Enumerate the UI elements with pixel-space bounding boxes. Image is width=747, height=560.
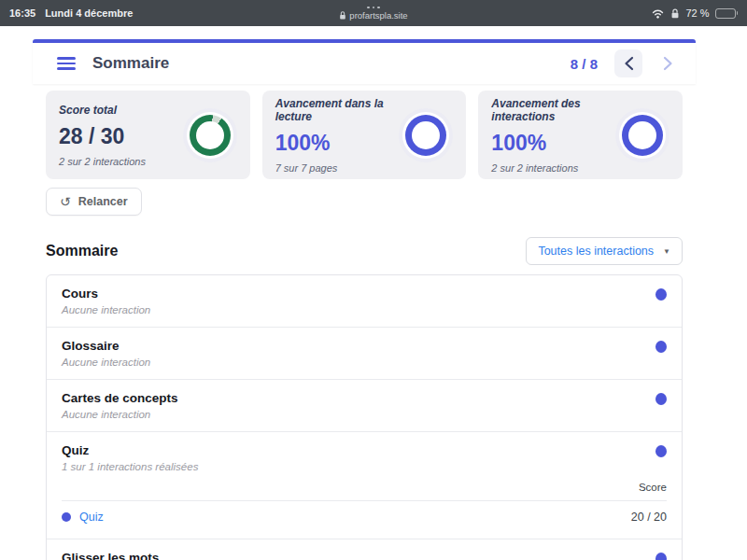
stat-caption: 7 sur 7 pages: [275, 162, 400, 174]
list-item-glossaire[interactable]: Glossaire Aucune interaction: [47, 328, 682, 380]
stat-value: 100%: [491, 131, 615, 156]
list-item-cours[interactable]: Cours Aucune interaction: [47, 275, 682, 328]
relaunch-button[interactable]: ↺ Relancer: [46, 188, 142, 216]
app-header: Sommaire 8 / 8: [33, 43, 696, 84]
padlock-icon: [339, 11, 346, 20]
stat-title: Avancement des interactions: [491, 97, 615, 123]
stat-caption: 2 sur 2 interactions: [491, 162, 615, 174]
chevron-down-icon: ▼: [663, 247, 670, 256]
list-item-glisser-les-mots[interactable]: Glisser les mots 1 sur 1 interactions ré…: [47, 539, 682, 560]
stats-row: Score total 28 / 30 2 sur 2 interactions…: [46, 91, 683, 179]
status-dot-icon: [655, 393, 667, 405]
stat-title: Avancement dans la lecture: [275, 97, 400, 123]
item-subtitle: 1 sur 1 interactions réalisées: [62, 461, 198, 472]
status-dot-icon: [655, 553, 667, 560]
site-domain: profartspla.site: [349, 10, 407, 21]
list-item-quiz[interactable]: Quiz 1 sur 1 interactions réalisées Scor…: [47, 432, 682, 539]
battery-icon: [715, 8, 739, 19]
status-right: 72 %: [651, 7, 738, 19]
stat-caption: 2 sur 2 interactions: [59, 156, 146, 167]
relaunch-label: Relancer: [78, 195, 128, 208]
stat-card-score-total: Score total 28 / 30 2 sur 2 interactions: [46, 91, 250, 179]
interactions-progress-ring: [615, 108, 669, 162]
summary-header: Sommaire Toutes les interactions ▼: [46, 237, 683, 265]
app-frame: Sommaire 8 / 8 Score total 28 / 30 2 sur…: [33, 39, 696, 560]
content-area: Score total 28 / 30 2 sur 2 interactions…: [33, 91, 696, 560]
item-title: Glossaire: [62, 339, 150, 353]
quiz-score: 20 / 20: [631, 511, 667, 524]
item-subtitle: Aucune interaction: [62, 357, 150, 368]
status-dot-icon: [655, 288, 667, 301]
status-dot-icon: [655, 445, 667, 457]
battery-percent: 72 %: [685, 7, 709, 19]
date-label: Lundi 4 décembre: [45, 7, 133, 19]
safari-pages-dots-icon: [367, 7, 380, 9]
page-title: Sommaire: [92, 54, 169, 73]
quiz-link[interactable]: Quiz: [79, 511, 104, 524]
stat-title: Score total: [59, 104, 146, 117]
bullet-dot-icon: [62, 512, 71, 522]
summary-list: Cours Aucune interaction Glossaire Aucun…: [46, 274, 683, 560]
score-column-header: Score: [62, 482, 667, 493]
page-indicator: 8 / 8: [571, 56, 598, 72]
clock: 16:35: [9, 7, 35, 19]
reading-progress-ring: [399, 108, 453, 162]
quiz-sub-item[interactable]: Quiz 20 / 20: [62, 501, 667, 527]
wifi-icon: [651, 8, 665, 19]
item-title: Cours: [62, 287, 150, 301]
list-item-cartes-de-concepts[interactable]: Cartes de concepts Aucune interaction: [47, 380, 682, 432]
stat-card-interactions-progress: Avancement des interactions 100% 2 sur 2…: [478, 91, 683, 179]
status-dot-icon: [655, 341, 667, 353]
menu-icon[interactable]: [57, 57, 76, 70]
status-bar: 16:35 Lundi 4 décembre profartspla.site: [0, 0, 747, 26]
status-left: 16:35 Lundi 4 décembre: [9, 7, 133, 19]
interactions-filter-dropdown[interactable]: Toutes les interactions ▼: [526, 237, 683, 265]
item-subtitle: Aucune interaction: [62, 304, 150, 315]
stat-value: 28 / 30: [59, 124, 146, 149]
summary-heading: Sommaire: [46, 243, 118, 259]
item-title: Quiz: [62, 443, 198, 457]
item-title: Cartes de concepts: [62, 391, 178, 405]
item-subtitle: Aucune interaction: [62, 409, 178, 420]
header-pagination: 8 / 8: [571, 49, 682, 77]
rotation-lock-icon: [670, 8, 680, 19]
url-bar: profartspla.site: [339, 10, 407, 21]
refresh-icon: ↺: [60, 195, 71, 208]
score-progress-ring: [183, 108, 237, 162]
filter-label: Toutes les interactions: [538, 245, 654, 258]
stat-card-reading-progress: Avancement dans la lecture 100% 7 sur 7 …: [262, 91, 467, 179]
stat-value: 100%: [275, 131, 400, 156]
next-page-button[interactable]: [654, 49, 682, 77]
item-title: Glisser les mots: [62, 551, 198, 560]
prev-page-button[interactable]: [614, 49, 642, 77]
